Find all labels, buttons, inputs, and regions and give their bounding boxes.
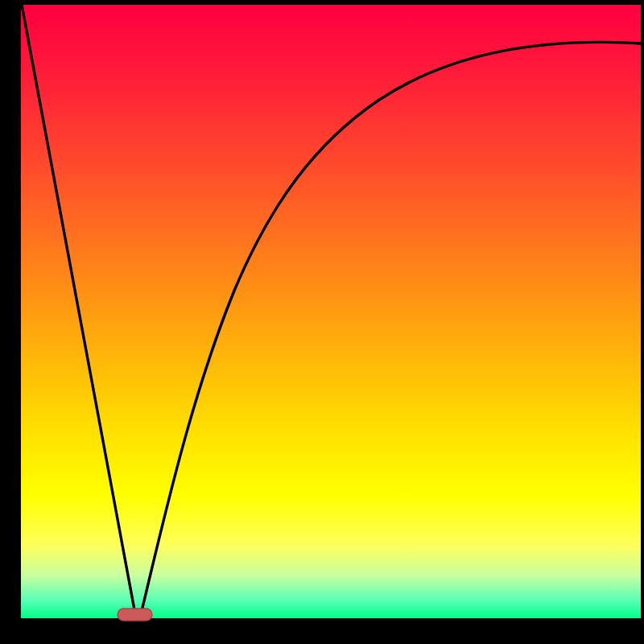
curve-layer — [21, 5, 641, 618]
left-branch-curve — [22, 5, 135, 614]
plot-area — [21, 5, 641, 618]
chart-stage: TheBottleneck.com — [0, 0, 644, 644]
right-branch-curve — [141, 42, 641, 614]
min-marker — [118, 609, 152, 621]
